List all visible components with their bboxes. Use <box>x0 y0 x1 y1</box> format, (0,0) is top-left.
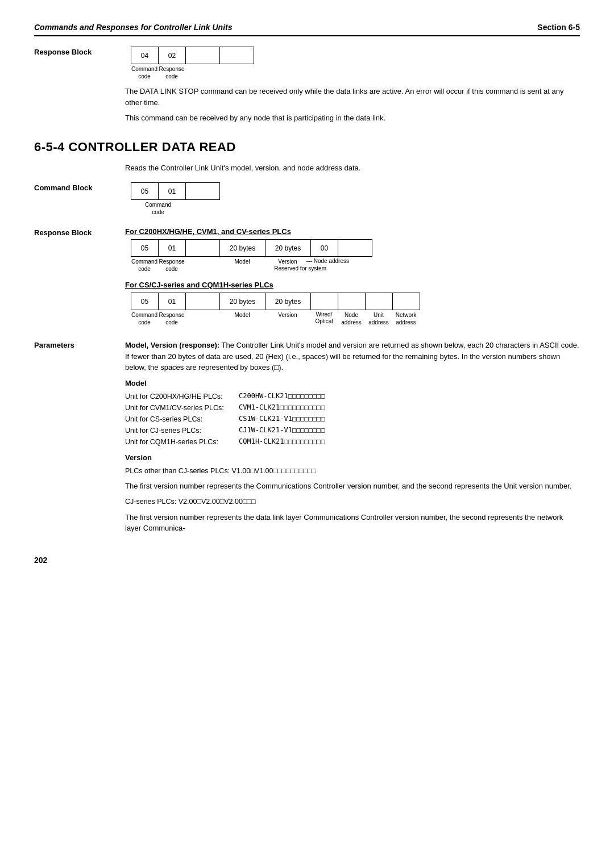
c200-node-address-label: — Node address <box>306 258 349 264</box>
response-diagram-table: 04 02 <box>131 47 254 64</box>
model-item-3-label: Unit for CS-series PLCs: <box>125 414 239 425</box>
cscj-label-wired: Wired/Optical <box>310 311 338 326</box>
cscj-cell-20bytes-2: 20 bytes <box>265 293 311 310</box>
model-item-2: Unit for CVM1/CV-series PLCs: CVM1-CLK21… <box>125 402 580 414</box>
response-block2-content: For C200HX/HG/HE, CVM1, and CV-series PL… <box>125 227 580 334</box>
parameters-bold: Model, Version (response): <box>125 341 219 349</box>
c200-cell-empty <box>186 240 220 257</box>
cscj-cell-e3 <box>366 293 393 310</box>
cscj-cell-e2 <box>338 293 366 310</box>
response-text2: This command can be received by any node… <box>125 112 580 124</box>
c200-diagram-labels: Commandcode Responsecode Model Version —… <box>131 258 580 273</box>
response-text1: The DATA LINK STOP command can be receiv… <box>125 86 580 108</box>
page-header: Commands and Responses for Controller Li… <box>34 23 580 36</box>
model-item-2-value: CVM1-CLK21□□□□□□□□□□□ <box>239 402 325 414</box>
cscj-label-unit: Unitaddress <box>365 311 392 326</box>
c200-cell-05: 05 <box>131 240 159 257</box>
version-text3: CJ-series PLCs: V2.00□V2.00□V2.00□□□ <box>125 496 580 507</box>
cscj-diagram-table: 05 01 20 bytes 20 bytes <box>131 293 420 310</box>
section-intro: Reads the Controller Link Unit's model, … <box>125 162 580 174</box>
c200-label-model: Model <box>219 258 265 273</box>
version-heading: Version <box>125 452 580 464</box>
response-block-section: Response Block 04 02 Commandcode Respons… <box>34 47 580 128</box>
cscj-diagram-labels: Commandcode Responsecode Model Version W… <box>131 311 580 326</box>
model-item-5-label: Unit for CQM1H-series PLCs: <box>125 436 239 448</box>
c200-label-cmd: Commandcode <box>131 258 158 273</box>
c200-label-resp: Responsecode <box>158 258 185 273</box>
response-diagram-labels: Commandcode Responsecode <box>131 65 580 80</box>
cell-empty1 <box>186 47 220 64</box>
version-text2: The first version number represents the … <box>125 481 580 492</box>
parameters-section: Parameters Model, Version (response): Th… <box>34 340 580 539</box>
c200-diagram-table: 05 01 20 bytes 20 bytes 00 <box>131 239 372 257</box>
c200-heading: For C200HX/HG/HE, CVM1, and CV-series PL… <box>125 227 580 236</box>
model-item-1: Unit for C200HX/HG/HE PLCs: C200HW-CLK21… <box>125 391 580 402</box>
cscj-label-version: Version <box>265 311 310 326</box>
label-command-code: Commandcode <box>131 65 158 80</box>
model-item-3: Unit for CS-series PLCs: CS1W-CLK21-V1□□… <box>125 414 580 425</box>
response-block2-section: Response Block For C200HX/HG/HE, CVM1, a… <box>34 227 580 334</box>
model-item-4: Unit for CJ-series PLCs: CJ1W-CLK21-V1□□… <box>125 425 580 436</box>
c200-cell-empty2 <box>338 240 372 257</box>
cscj-label-network: Networkaddress <box>392 311 420 326</box>
cell-empty3 <box>186 183 220 200</box>
model-item-4-value: CJ1W-CLK21-V1□□□□□□□□ <box>239 425 325 436</box>
cscj-label-empty <box>185 311 219 326</box>
cscj-label-model: Model <box>219 311 265 326</box>
command-diagram-labels: Commandcode <box>131 201 580 216</box>
c200-label-empty <box>185 258 219 273</box>
version-text1: PLCs other than CJ-series PLCs: V1.00□V1… <box>125 466 580 477</box>
c200-cell-20bytes-2: 20 bytes <box>265 240 311 257</box>
cscj-diagram: 05 01 20 bytes 20 bytes Commandcode <box>131 293 580 326</box>
response-block-content: 04 02 Commandcode Responsecode The DATA … <box>125 47 580 128</box>
model-item-5-value: CQM1H-CLK21□□□□□□□□□□ <box>239 436 325 448</box>
version-text4: The first version number represents the … <box>125 512 580 534</box>
page-number: 202 <box>34 556 580 565</box>
c200-cell-01: 01 <box>159 240 186 257</box>
cscj-label-cmd: Commandcode <box>131 311 158 326</box>
model-item-1-value: C200HW-CLK21□□□□□□□□□ <box>239 391 325 402</box>
c200-cell-20bytes-1: 20 bytes <box>220 240 265 257</box>
cell-empty2 <box>220 47 254 64</box>
cscj-cell-01: 01 <box>159 293 186 310</box>
cell-01: 01 <box>159 183 186 200</box>
cscj-cell-20bytes-1: 20 bytes <box>220 293 265 310</box>
label-command-code-2: Commandcode <box>131 201 185 216</box>
header-title: Commands and Responses for Controller Li… <box>34 23 233 32</box>
command-block-label: Command Block <box>34 182 125 222</box>
cell-05: 05 <box>131 183 159 200</box>
parameters-content: Model, Version (response): The Controlle… <box>125 340 580 539</box>
cscj-cell-empty <box>186 293 220 310</box>
model-item-3-value: CS1W-CLK21-V1□□□□□□□□ <box>239 414 325 425</box>
model-item-5: Unit for CQM1H-series PLCs: CQM1H-CLK21□… <box>125 436 580 448</box>
cscj-cell-e4 <box>393 293 420 310</box>
label-response-code: Responsecode <box>158 65 185 80</box>
c200-cell-00: 00 <box>311 240 338 257</box>
command-block-content: 05 01 Commandcode <box>125 182 580 222</box>
command-diagram-table: 05 01 <box>131 182 220 200</box>
model-list: Unit for C200HX/HG/HE PLCs: C200HW-CLK21… <box>125 391 580 448</box>
cscj-heading: For CS/CJ-series and CQM1H-series PLCs <box>125 281 580 289</box>
header-section: Section 6-5 <box>537 23 580 32</box>
model-heading: Model <box>125 378 580 389</box>
cell-04: 04 <box>131 47 159 64</box>
cscj-section: For CS/CJ-series and CQM1H-series PLCs 0… <box>125 281 580 326</box>
cscj-cell-05: 05 <box>131 293 159 310</box>
response-diagram: 04 02 Commandcode Responsecode <box>131 47 580 80</box>
parameters-label: Parameters <box>34 340 125 539</box>
command-block-section: Command Block 05 01 Commandcode <box>34 182 580 222</box>
model-item-4-label: Unit for CJ-series PLCs: <box>125 425 239 436</box>
cscj-label-node: Nodeaddress <box>338 311 365 326</box>
c200-reserved-label: Reserved for system <box>274 265 326 272</box>
cell-02: 02 <box>159 47 186 64</box>
response-block-label: Response Block <box>34 47 125 128</box>
response-block2-label: Response Block <box>34 227 125 334</box>
parameters-text: Model, Version (response): The Controlle… <box>125 340 580 373</box>
cscj-cell-e1 <box>311 293 338 310</box>
section-title: 6-5-4 CONTROLLER DATA READ <box>34 140 580 155</box>
command-diagram: 05 01 Commandcode <box>131 182 580 216</box>
model-item-2-label: Unit for CVM1/CV-series PLCs: <box>125 402 239 414</box>
c200-diagram: 05 01 20 bytes 20 bytes 00 Commandcode R… <box>131 239 580 273</box>
cscj-label-resp: Responsecode <box>158 311 185 326</box>
c200-node-address-area: — Node address Reserved for system <box>310 258 338 273</box>
